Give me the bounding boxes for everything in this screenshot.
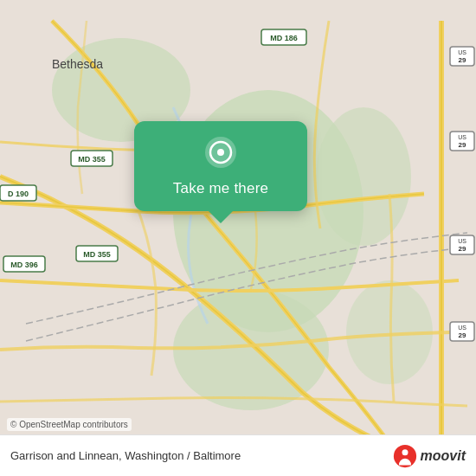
svg-text:Bethesda: Bethesda — [52, 57, 103, 71]
location-text: Garrison and Linnean, Washington / Balti… — [10, 449, 241, 462]
svg-text:29: 29 — [459, 141, 466, 149]
svg-text:US: US — [458, 134, 466, 140]
svg-text:MD 396: MD 396 — [10, 261, 38, 269]
map-attribution: © OpenStreetMap contributors — [7, 418, 132, 431]
moovit-brand-icon — [393, 444, 417, 468]
svg-text:US: US — [458, 325, 466, 331]
map-svg: MD 186 US 29 US 29 US 29 US 29 MD 355 MD… — [0, 0, 476, 476]
svg-text:29: 29 — [459, 56, 466, 64]
moovit-text: moovit — [421, 448, 466, 464]
svg-text:29: 29 — [459, 331, 466, 339]
popup-label: Take me there — [173, 180, 268, 197]
svg-text:29: 29 — [459, 245, 466, 253]
bottom-bar: Garrison and Linnean, Washington / Balti… — [0, 434, 476, 476]
svg-point-3 — [316, 107, 411, 246]
svg-text:D 190: D 190 — [8, 190, 29, 198]
svg-text:MD 355: MD 355 — [78, 155, 106, 164]
svg-point-31 — [217, 149, 224, 156]
svg-text:US: US — [458, 238, 466, 244]
svg-text:MD 186: MD 186 — [270, 34, 298, 42]
location-pin-icon — [202, 133, 240, 171]
moovit-logo: moovit — [393, 444, 466, 468]
popup-card[interactable]: Take me there — [134, 121, 307, 211]
map-container: MD 186 US 29 US 29 US 29 US 29 MD 355 MD… — [0, 0, 476, 476]
svg-point-33 — [402, 449, 408, 455]
svg-text:MD 355: MD 355 — [83, 250, 111, 259]
svg-text:US: US — [458, 49, 466, 55]
